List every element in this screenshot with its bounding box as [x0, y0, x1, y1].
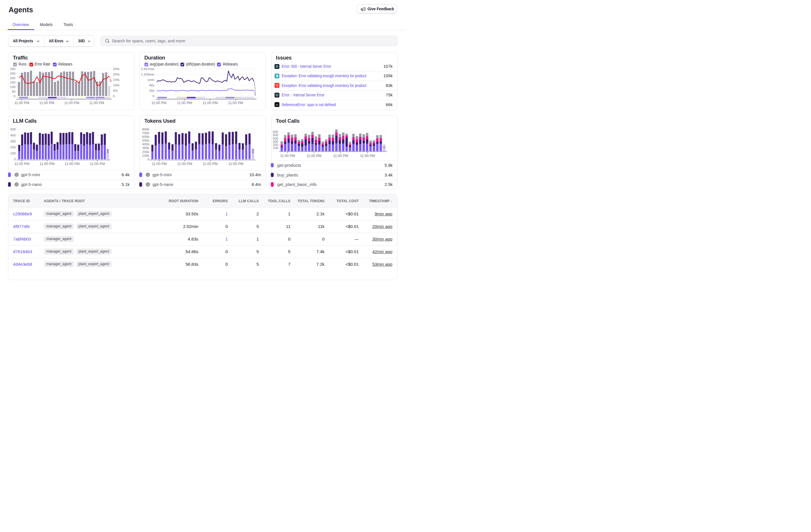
svg-text:5%: 5% [113, 89, 118, 92]
svg-text:11:00 PM: 11:00 PM [14, 162, 29, 166]
svg-text:700k: 700k [142, 131, 149, 135]
svg-text:100: 100 [10, 85, 15, 89]
svg-text:11:00 PM: 11:00 PM [228, 162, 243, 166]
svg-text:11:00 PM: 11:00 PM [152, 162, 167, 166]
svg-text:600k: 600k [142, 135, 149, 138]
svg-text:250: 250 [10, 72, 15, 75]
svg-text:10%: 10% [113, 83, 120, 87]
svg-text:400k: 400k [142, 142, 149, 146]
svg-text:11:00 PM: 11:00 PM [39, 101, 54, 105]
svg-text:11:00 PM: 11:00 PM [151, 101, 166, 105]
svg-text:11:00 PM: 11:00 PM [228, 101, 243, 105]
svg-text:0: 0 [147, 157, 149, 161]
svg-text:100: 100 [10, 152, 16, 155]
svg-text:0: 0 [152, 94, 154, 98]
svg-text:25%: 25% [113, 67, 120, 71]
svg-text:50: 50 [12, 90, 15, 93]
svg-text:150: 150 [10, 81, 15, 84]
svg-text:300: 300 [10, 140, 16, 143]
svg-text:11:00 PM: 11:00 PM [360, 154, 375, 158]
svg-text:11:00 PM: 11:00 PM [333, 154, 348, 158]
svg-text:11:00 PM: 11:00 PM [177, 101, 192, 105]
svg-text:11:00 PM: 11:00 PM [90, 162, 105, 166]
svg-text:11:00 PM: 11:00 PM [280, 154, 295, 158]
svg-text:11:00 PM: 11:00 PM [306, 154, 321, 158]
svg-text:11:00 PM: 11:00 PM [40, 162, 55, 166]
svg-text:100: 100 [273, 146, 278, 150]
svg-text:800k: 800k [142, 127, 149, 131]
svg-text:200: 200 [10, 146, 16, 149]
svg-text:300k: 300k [142, 146, 149, 150]
svg-text:500: 500 [273, 133, 278, 137]
svg-text:500: 500 [10, 127, 16, 131]
svg-text:300: 300 [10, 67, 15, 71]
svg-text:0: 0 [14, 94, 15, 98]
svg-text:11:00 PM: 11:00 PM [202, 101, 218, 105]
svg-text:200: 200 [10, 76, 15, 80]
svg-text:ex: ex [276, 104, 278, 106]
svg-text:20s: 20s [149, 89, 154, 92]
svg-text:1min: 1min [147, 78, 154, 81]
svg-text:20%: 20% [113, 73, 120, 76]
svg-text:1.333min: 1.333min [141, 73, 154, 76]
svg-text:500k: 500k [142, 139, 149, 142]
svg-text:15%: 15% [113, 78, 120, 81]
svg-text:1.667min: 1.667min [141, 67, 154, 71]
svg-text:11:00 PM: 11:00 PM [177, 162, 192, 166]
svg-text:400: 400 [10, 134, 16, 137]
svg-text:200k: 200k [142, 150, 149, 154]
svg-text:0: 0 [14, 157, 16, 161]
svg-text:100k: 100k [142, 154, 149, 157]
svg-text:40s: 40s [149, 83, 154, 87]
svg-text:11:00 PM: 11:00 PM [14, 101, 29, 105]
svg-text:600: 600 [273, 130, 278, 134]
svg-text:11:00 PM: 11:00 PM [65, 162, 80, 166]
svg-text:200: 200 [273, 143, 278, 147]
svg-text:0: 0 [113, 94, 115, 98]
svg-text:11:00 PM: 11:00 PM [64, 101, 79, 105]
svg-text:400: 400 [273, 137, 278, 140]
svg-text:11:00 PM: 11:00 PM [202, 162, 218, 166]
svg-text:11:00 PM: 11:00 PM [89, 101, 104, 105]
svg-text:300: 300 [273, 140, 278, 143]
